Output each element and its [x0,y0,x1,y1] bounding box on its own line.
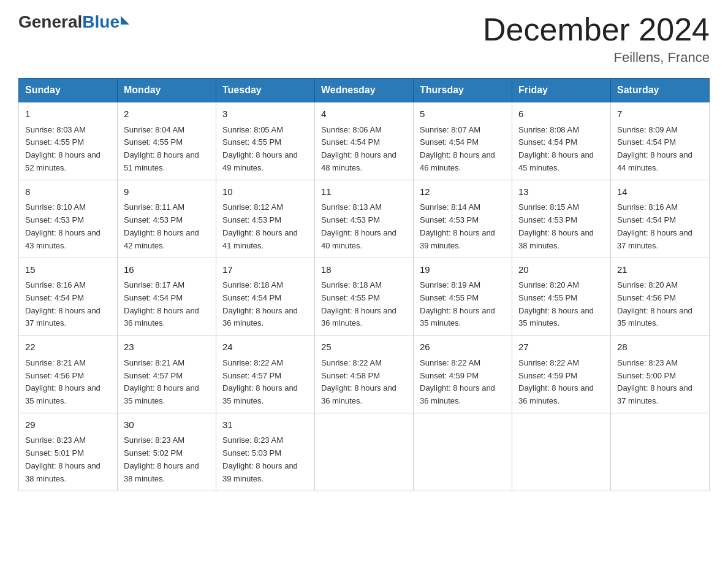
day-number: 6 [518,107,604,121]
calendar-day-cell: 4Sunrise: 8:06 AMSunset: 4:54 PMDaylight… [315,102,414,180]
day-info: Sunrise: 8:03 AMSunset: 4:55 PMDaylight:… [25,124,111,175]
calendar-day-cell: 21Sunrise: 8:20 AMSunset: 4:56 PMDayligh… [611,258,710,335]
calendar-day-cell: 15Sunrise: 8:16 AMSunset: 4:54 PMDayligh… [19,258,118,335]
calendar-day-cell: 27Sunrise: 8:22 AMSunset: 4:59 PMDayligh… [512,335,611,413]
day-number: 19 [420,263,506,277]
day-info: Sunrise: 8:20 AMSunset: 4:56 PMDaylight:… [617,279,703,330]
day-number: 9 [124,185,210,199]
day-number: 25 [321,340,407,354]
day-info: Sunrise: 8:11 AMSunset: 4:53 PMDaylight:… [124,201,210,252]
day-info: Sunrise: 8:09 AMSunset: 4:54 PMDaylight:… [617,124,703,175]
calendar-day-cell: 2Sunrise: 8:04 AMSunset: 4:55 PMDaylight… [118,102,216,180]
header-sunday: Sunday [19,79,118,102]
day-info: Sunrise: 8:21 AMSunset: 4:57 PMDaylight:… [124,357,210,408]
day-info: Sunrise: 8:14 AMSunset: 4:53 PMDaylight:… [420,201,506,252]
calendar-day-cell: 17Sunrise: 8:18 AMSunset: 4:54 PMDayligh… [216,258,315,335]
day-info: Sunrise: 8:04 AMSunset: 4:55 PMDaylight:… [124,124,210,175]
calendar-body: 1Sunrise: 8:03 AMSunset: 4:55 PMDaylight… [19,102,710,491]
day-number: 14 [617,185,703,199]
day-number: 28 [617,340,703,354]
calendar-day-cell [611,413,710,491]
day-info: Sunrise: 8:08 AMSunset: 4:54 PMDaylight:… [518,124,604,175]
day-info: Sunrise: 8:23 AMSunset: 5:01 PMDaylight:… [25,434,111,485]
logo-general-text: General [18,12,82,32]
header-saturday: Saturday [611,79,710,102]
calendar-day-cell: 18Sunrise: 8:18 AMSunset: 4:55 PMDayligh… [315,258,414,335]
calendar-day-cell: 25Sunrise: 8:22 AMSunset: 4:58 PMDayligh… [315,335,414,413]
day-number: 12 [420,185,506,199]
day-number: 5 [420,107,506,121]
location-label: Feillens, France [483,50,710,66]
calendar-day-cell: 8Sunrise: 8:10 AMSunset: 4:53 PMDaylight… [19,180,118,258]
calendar-day-cell: 12Sunrise: 8:14 AMSunset: 4:53 PMDayligh… [414,180,512,258]
calendar-table: Sunday Monday Tuesday Wednesday Thursday… [18,78,710,491]
day-number: 8 [25,185,111,199]
day-number: 22 [25,340,111,354]
calendar-day-cell: 3Sunrise: 8:05 AMSunset: 4:55 PMDaylight… [216,102,315,180]
header-thursday: Thursday [414,79,512,102]
calendar-week-row: 22Sunrise: 8:21 AMSunset: 4:56 PMDayligh… [19,335,710,413]
day-info: Sunrise: 8:05 AMSunset: 4:55 PMDaylight:… [222,124,308,175]
calendar-day-cell [315,413,414,491]
day-info: Sunrise: 8:23 AMSunset: 5:02 PMDaylight:… [124,434,210,485]
day-info: Sunrise: 8:07 AMSunset: 4:54 PMDaylight:… [420,124,506,175]
day-number: 11 [321,185,407,199]
calendar-day-cell: 19Sunrise: 8:19 AMSunset: 4:55 PMDayligh… [414,258,512,335]
day-info: Sunrise: 8:16 AMSunset: 4:54 PMDaylight:… [617,201,703,252]
calendar-week-row: 1Sunrise: 8:03 AMSunset: 4:55 PMDaylight… [19,102,710,180]
day-info: Sunrise: 8:12 AMSunset: 4:53 PMDaylight:… [222,201,308,252]
calendar-day-cell: 20Sunrise: 8:20 AMSunset: 4:55 PMDayligh… [512,258,611,335]
calendar-day-cell: 10Sunrise: 8:12 AMSunset: 4:53 PMDayligh… [216,180,315,258]
day-info: Sunrise: 8:06 AMSunset: 4:54 PMDaylight:… [321,124,407,175]
calendar-day-cell: 1Sunrise: 8:03 AMSunset: 4:55 PMDaylight… [19,102,118,180]
calendar-day-cell: 31Sunrise: 8:23 AMSunset: 5:03 PMDayligh… [216,413,315,491]
day-info: Sunrise: 8:15 AMSunset: 4:53 PMDaylight:… [518,201,604,252]
day-info: Sunrise: 8:23 AMSunset: 5:03 PMDaylight:… [222,434,308,485]
calendar-day-cell: 7Sunrise: 8:09 AMSunset: 4:54 PMDaylight… [611,102,710,180]
day-number: 20 [518,263,604,277]
day-number: 23 [124,340,210,354]
logo-triangle-icon [121,16,129,25]
calendar-day-cell: 29Sunrise: 8:23 AMSunset: 5:01 PMDayligh… [19,413,118,491]
title-section: December 2024 Feillens, France [483,12,710,66]
header-row: Sunday Monday Tuesday Wednesday Thursday… [19,79,710,102]
day-number: 17 [222,263,308,277]
day-info: Sunrise: 8:16 AMSunset: 4:54 PMDaylight:… [25,279,111,330]
calendar-day-cell: 14Sunrise: 8:16 AMSunset: 4:54 PMDayligh… [611,180,710,258]
day-number: 10 [222,185,308,199]
logo-blue-text: Blue [82,12,119,32]
day-info: Sunrise: 8:17 AMSunset: 4:54 PMDaylight:… [124,279,210,330]
day-info: Sunrise: 8:13 AMSunset: 4:53 PMDaylight:… [321,201,407,252]
day-number: 3 [222,107,308,121]
calendar-day-cell [414,413,512,491]
header-friday: Friday [512,79,611,102]
calendar-day-cell: 30Sunrise: 8:23 AMSunset: 5:02 PMDayligh… [118,413,216,491]
calendar-day-cell: 23Sunrise: 8:21 AMSunset: 4:57 PMDayligh… [118,335,216,413]
month-title: December 2024 [483,12,710,47]
logo: General Blue [18,12,129,32]
logo-blue-part: Blue [82,12,129,32]
day-info: Sunrise: 8:21 AMSunset: 4:56 PMDaylight:… [25,357,111,408]
day-number: 1 [25,107,111,121]
page-header: General Blue December 2024 Feillens, Fra… [18,12,710,66]
calendar-day-cell [512,413,611,491]
day-info: Sunrise: 8:18 AMSunset: 4:54 PMDaylight:… [222,279,308,330]
header-monday: Monday [118,79,216,102]
day-number: 29 [25,418,111,432]
calendar-day-cell: 5Sunrise: 8:07 AMSunset: 4:54 PMDaylight… [414,102,512,180]
calendar-day-cell: 13Sunrise: 8:15 AMSunset: 4:53 PMDayligh… [512,180,611,258]
day-number: 7 [617,107,703,121]
day-info: Sunrise: 8:10 AMSunset: 4:53 PMDaylight:… [25,201,111,252]
day-number: 13 [518,185,604,199]
calendar-day-cell: 11Sunrise: 8:13 AMSunset: 4:53 PMDayligh… [315,180,414,258]
header-wednesday: Wednesday [315,79,414,102]
day-number: 15 [25,263,111,277]
calendar-header: Sunday Monday Tuesday Wednesday Thursday… [19,79,710,102]
calendar-day-cell: 6Sunrise: 8:08 AMSunset: 4:54 PMDaylight… [512,102,611,180]
calendar-day-cell: 16Sunrise: 8:17 AMSunset: 4:54 PMDayligh… [118,258,216,335]
calendar-day-cell: 22Sunrise: 8:21 AMSunset: 4:56 PMDayligh… [19,335,118,413]
day-number: 24 [222,340,308,354]
day-number: 31 [222,418,308,432]
day-info: Sunrise: 8:19 AMSunset: 4:55 PMDaylight:… [420,279,506,330]
calendar-day-cell: 26Sunrise: 8:22 AMSunset: 4:59 PMDayligh… [414,335,512,413]
